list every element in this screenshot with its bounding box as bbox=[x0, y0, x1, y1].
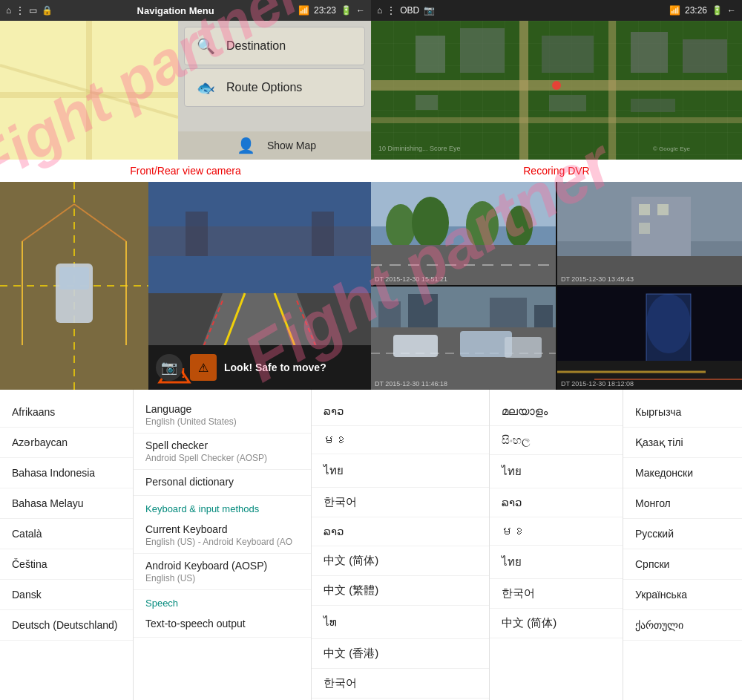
script-serbian[interactable]: Српски bbox=[623, 549, 742, 580]
lang-catala[interactable]: Català bbox=[0, 519, 133, 549]
dvr-home-icon: ⌂ bbox=[377, 5, 382, 16]
script-ukrainian[interactable]: Українська bbox=[623, 580, 742, 610]
settings-items-col: Language English (United States) Spell c… bbox=[134, 390, 312, 700]
lang-cestina[interactable]: Čeština bbox=[0, 549, 133, 580]
svg-rect-14 bbox=[683, 39, 727, 73]
nav-battery-icon: 🔋 bbox=[341, 5, 352, 16]
script-chinese-traditional[interactable]: 中文 (繁體) bbox=[312, 576, 489, 606]
svg-rect-8 bbox=[608, 21, 616, 160]
script-kazakh[interactable]: Қазақ тілі bbox=[623, 428, 742, 458]
script-khmer-1[interactable]: មខ bbox=[312, 426, 489, 454]
lang-afrikaans[interactable]: Afrikaans bbox=[0, 397, 133, 428]
top-section: ⌂ ⋮ ▭ 🔒 Navigation Menu 📶 23:23 🔋 ← bbox=[0, 0, 742, 160]
svg-text:© Google Eye: © Google Eye bbox=[653, 145, 690, 152]
script-korean-3[interactable]: 한국어 bbox=[490, 579, 623, 609]
camera-warning-bar: 📷 ⚠ Look! Safe to move? bbox=[148, 345, 371, 390]
script-lang-col5: Кыргызча Қазақ тілі Македонски Монгол Ру… bbox=[623, 390, 742, 700]
svg-rect-62 bbox=[378, 301, 401, 331]
language-list-col: Afrikaans Azərbaycan Bahasa Indonesia Ba… bbox=[0, 390, 134, 700]
tts-setting[interactable]: Text-to-speech output bbox=[134, 612, 311, 638]
nav-back-icon[interactable]: ← bbox=[356, 5, 365, 16]
script-mongolian[interactable]: Монгол bbox=[623, 488, 742, 519]
spell-checker-setting[interactable]: Spell checker Android Spell Checker (AOS… bbox=[134, 434, 311, 470]
lang-bahasa-melayu[interactable]: Bahasa Melayu bbox=[0, 488, 133, 519]
script-lao-2[interactable]: ລາວ bbox=[312, 517, 489, 546]
script-thai-4[interactable]: ไทย bbox=[490, 546, 623, 579]
menu-icon: ⋮ bbox=[16, 5, 24, 16]
nav-menu-area: 🔍 Destination 🐟 Route Options 👤 Show Map bbox=[178, 21, 371, 160]
lang-bahasa-indonesia[interactable]: Bahasa Indonesia bbox=[0, 458, 133, 488]
destination-menu-item[interactable]: 🔍 Destination bbox=[184, 27, 365, 65]
script-korean-2[interactable]: 한국어 bbox=[312, 669, 489, 699]
language-subtitle: English (United States) bbox=[145, 416, 299, 427]
nav-title: Navigation Menu bbox=[137, 5, 214, 16]
svg-rect-16 bbox=[549, 95, 586, 111]
script-kyrgyz[interactable]: Кыргызча bbox=[623, 397, 742, 428]
android-keyboard-subtitle: English (US) bbox=[145, 573, 299, 583]
show-map-item[interactable]: 👤 Show Map bbox=[178, 131, 371, 160]
keyboard-section-header: Keyboard & input methods bbox=[134, 496, 311, 517]
script-thai-3[interactable]: ไทย bbox=[490, 455, 623, 488]
spell-checker-title: Spell checker bbox=[145, 439, 299, 451]
svg-rect-9 bbox=[371, 117, 742, 123]
svg-rect-15 bbox=[416, 95, 438, 110]
svg-text:10 Diminishing... Score Eye: 10 Diminishing... Score Eye bbox=[378, 145, 461, 152]
parking-camera: ! 📷 ⚠ Look! Safe to move? bbox=[148, 182, 371, 390]
script-georgian[interactable]: ქართული bbox=[623, 610, 742, 641]
svg-point-46 bbox=[412, 197, 449, 249]
camera-icon: 📷 bbox=[156, 354, 183, 381]
lang-azerbaycan[interactable]: Azərbaycan bbox=[0, 428, 133, 458]
speech-section-header: Speech bbox=[134, 590, 311, 612]
dvr-cam4: DT 2015-12-30 18:12:08 bbox=[557, 287, 742, 390]
script-thai-2[interactable]: ไທ bbox=[312, 606, 489, 639]
current-keyboard-setting[interactable]: Current Keyboard English (US) - Android … bbox=[134, 517, 311, 554]
personal-dictionary-title: Personal dictionary bbox=[145, 476, 299, 488]
dvr-panel: ⌂ ⋮ OBD 📷 📶 23:26 🔋 ← Not Setup bbox=[371, 0, 742, 160]
dvr-back-icon[interactable]: ← bbox=[727, 5, 736, 16]
script-korean-1[interactable]: 한국어 bbox=[312, 488, 489, 517]
android-keyboard-setting[interactable]: Android Keyboard (AOSP) English (US) bbox=[134, 554, 311, 590]
home-icon: ⌂ bbox=[6, 5, 11, 16]
script-macedonian[interactable]: Македонски bbox=[623, 458, 742, 488]
script-lao-1[interactable]: ລາວ bbox=[312, 397, 489, 426]
tts-title: Text-to-speech output bbox=[145, 618, 299, 629]
personal-dictionary-setting[interactable]: Personal dictionary bbox=[134, 470, 311, 496]
svg-rect-70 bbox=[505, 337, 542, 358]
svg-rect-57 bbox=[639, 223, 650, 234]
script-lang-col4: മലയാളം සිංහල ไทย ລາວ មខ ไทย 한국어 中文 (简体) bbox=[490, 390, 623, 700]
svg-rect-7 bbox=[519, 21, 528, 160]
dvr-statusbar: ⌂ ⋮ OBD 📷 📶 23:26 🔋 ← bbox=[371, 0, 742, 21]
svg-point-47 bbox=[466, 201, 499, 249]
dvr-time: 23:26 bbox=[685, 5, 707, 16]
lang-dansk[interactable]: Dansk bbox=[0, 580, 133, 610]
svg-text:DT 2015-12-30 15:51:21: DT 2015-12-30 15:51:21 bbox=[375, 275, 447, 283]
script-thai-1[interactable]: ไทย bbox=[312, 454, 489, 488]
script-malayalam[interactable]: മലയാളം bbox=[490, 397, 623, 426]
script-chinese-hk[interactable]: 中文 (香港) bbox=[312, 639, 489, 669]
language-title: Language bbox=[145, 403, 299, 415]
script-khmer-2[interactable]: មខ bbox=[490, 517, 623, 546]
svg-rect-10 bbox=[416, 36, 445, 73]
script-chinese-simplified-1[interactable]: 中文 (简体) bbox=[312, 546, 489, 576]
dvr-battery-icon: 🔋 bbox=[712, 5, 723, 16]
svg-text:DT 2015-12-30 13:45:43: DT 2015-12-30 13:45:43 bbox=[561, 275, 634, 283]
script-russian[interactable]: Русский bbox=[623, 519, 742, 549]
route-options-menu-item[interactable]: 🐟 Route Options bbox=[184, 68, 365, 107]
lang-deutsch[interactable]: Deutsch (Deutschland) bbox=[0, 610, 133, 641]
svg-rect-69 bbox=[460, 331, 512, 357]
svg-rect-65 bbox=[534, 305, 553, 331]
svg-point-45 bbox=[386, 204, 416, 249]
svg-rect-56 bbox=[657, 204, 669, 215]
lock-icon: 🔒 bbox=[42, 5, 53, 16]
nav-statusbar: ⌂ ⋮ ▭ 🔒 Navigation Menu 📶 23:23 🔋 ← bbox=[0, 0, 371, 21]
android-keyboard-title: Android Keyboard (AOSP) bbox=[145, 560, 299, 572]
script-sinhala[interactable]: සිංහල bbox=[490, 426, 623, 455]
svg-rect-63 bbox=[408, 294, 438, 331]
svg-rect-12 bbox=[542, 36, 594, 73]
dvr-dashcam-icon: 📷 bbox=[424, 5, 435, 16]
script-chinese-simplified-3[interactable]: 中文 (简体) bbox=[490, 609, 623, 638]
show-map-label: Show Map bbox=[267, 140, 316, 151]
svg-rect-13 bbox=[631, 32, 668, 73]
script-lao-3[interactable]: ລາວ bbox=[490, 488, 623, 517]
language-setting[interactable]: Language English (United States) bbox=[134, 397, 311, 434]
